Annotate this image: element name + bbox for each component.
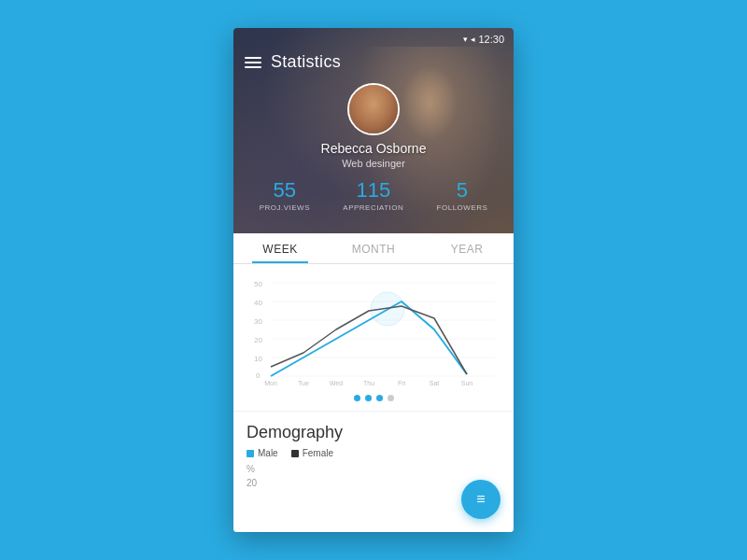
legend-male: Male bbox=[247, 448, 278, 458]
status-icons: ▾ ◂ 12:30 bbox=[463, 34, 504, 45]
stat-label-followers: FOLLOWERS bbox=[437, 203, 488, 212]
legend-dot-male bbox=[247, 450, 254, 457]
stat-label-appreciation: APPRECIATION bbox=[343, 203, 403, 212]
profile-role: Web desinger bbox=[342, 158, 405, 169]
svg-text:30: 30 bbox=[254, 317, 262, 326]
filter-fab-button[interactable]: ≡ bbox=[461, 480, 500, 519]
legend-dot-female bbox=[291, 450, 299, 457]
legend-label-female: Female bbox=[303, 448, 333, 458]
svg-text:40: 40 bbox=[254, 299, 262, 307]
demography-legend: Male Female bbox=[247, 448, 500, 458]
hero-section: ▾ ◂ 12:30 Statistics Rebecca Osborne Web… bbox=[233, 28, 514, 233]
demography-section: Demography Male Female % 20 ≡ bbox=[233, 412, 514, 532]
demography-title: Demography bbox=[247, 423, 500, 442]
stat-value-appreciation: 115 bbox=[356, 180, 390, 201]
legend-label-male: Male bbox=[258, 448, 278, 458]
tab-year[interactable]: YEAR bbox=[420, 233, 514, 263]
wifi-icon: ▾ bbox=[463, 35, 468, 44]
line-chart-wrapper: 50 40 30 20 10 0 Mon Tue Wed Thu Fri S bbox=[243, 273, 504, 389]
demo-y-value: 20 bbox=[247, 478, 500, 488]
svg-text:0: 0 bbox=[256, 371, 261, 380]
tab-month[interactable]: MONTH bbox=[327, 233, 420, 263]
chart-container: 50 40 30 20 10 0 Mon Tue Wed Thu Fri S bbox=[233, 264, 514, 412]
svg-text:10: 10 bbox=[254, 355, 262, 363]
status-bar: ▾ ◂ 12:30 bbox=[233, 28, 514, 49]
dot-4[interactable] bbox=[388, 395, 394, 401]
svg-text:Mon: Mon bbox=[264, 380, 277, 385]
stat-proj-views: 55 PROJ.VIEWS bbox=[260, 180, 310, 212]
demo-y-label: % bbox=[247, 464, 500, 474]
stat-appreciation: 115 APPRECIATION bbox=[343, 180, 403, 212]
svg-text:Sun: Sun bbox=[461, 380, 473, 385]
chart-line-dark bbox=[271, 306, 467, 374]
stat-followers: 5 FOLLOWERS bbox=[437, 180, 488, 212]
signal-icon: ◂ bbox=[471, 35, 475, 44]
stat-value-views: 55 bbox=[274, 180, 296, 201]
stat-value-followers: 5 bbox=[457, 180, 468, 201]
svg-text:Wed: Wed bbox=[330, 380, 343, 385]
chart-dots bbox=[243, 389, 504, 405]
legend-female: Female bbox=[291, 448, 333, 458]
svg-text:Tue: Tue bbox=[298, 380, 309, 385]
svg-text:50: 50 bbox=[254, 280, 262, 288]
profile-section: Rebecca Osborne Web desinger bbox=[233, 76, 514, 169]
profile-name: Rebecca Osborne bbox=[321, 141, 427, 156]
dot-3[interactable] bbox=[376, 395, 383, 401]
menu-icon[interactable] bbox=[245, 57, 261, 68]
dot-1[interactable] bbox=[354, 395, 360, 401]
svg-text:Thu: Thu bbox=[363, 380, 374, 385]
phone-frame: ▾ ◂ 12:30 Statistics Rebecca Osborne Web… bbox=[233, 28, 514, 532]
dot-2[interactable] bbox=[365, 395, 372, 401]
top-bar: Statistics bbox=[233, 49, 514, 76]
status-time: 12:30 bbox=[478, 34, 504, 45]
svg-text:Sat: Sat bbox=[430, 380, 440, 385]
svg-text:Fri: Fri bbox=[398, 380, 406, 385]
avatar bbox=[347, 83, 400, 135]
stats-row: 55 PROJ.VIEWS 115 APPRECIATION 5 FOLLOWE… bbox=[233, 169, 514, 219]
tab-week[interactable]: WEEK bbox=[233, 233, 327, 263]
filter-fab-icon: ≡ bbox=[476, 491, 485, 508]
chart-highlight-circle bbox=[371, 292, 404, 326]
stat-label-views: PROJ.VIEWS bbox=[260, 203, 310, 212]
avatar-face bbox=[349, 85, 398, 133]
line-chart: 50 40 30 20 10 0 Mon Tue Wed Thu Fri S bbox=[243, 273, 504, 385]
tabs-bar: WEEK MONTH YEAR bbox=[233, 233, 514, 264]
svg-text:20: 20 bbox=[254, 336, 262, 344]
page-title: Statistics bbox=[271, 52, 341, 72]
